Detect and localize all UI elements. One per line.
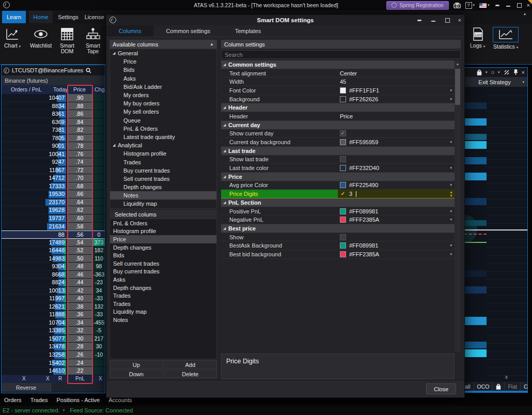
ladder-row[interactable]: 10013.4234: [2, 287, 105, 295]
ladder-row[interactable]: 13385.32-5: [2, 327, 105, 335]
tree-item[interactable]: Latest trade quantity: [110, 133, 216, 141]
ladder-row[interactable]: 9001.78: [2, 142, 105, 150]
price-cell[interactable]: .58: [67, 223, 92, 231]
ladder-row[interactable]: 19737.60: [2, 214, 105, 223]
spin-value[interactable]: 3: [349, 191, 352, 197]
chevron-down-icon[interactable]: ▾: [450, 166, 452, 170]
pin-icon[interactable]: [513, 69, 518, 75]
price-cell[interactable]: .72: [67, 166, 92, 175]
ladder-row[interactable]: 8824.44-23: [2, 279, 105, 287]
property-value[interactable]: ✓: [338, 130, 455, 138]
up-button[interactable]: Up: [109, 360, 163, 369]
ladder-row[interactable]: 14712.70: [2, 174, 105, 182]
price-cell[interactable]: .66: [67, 190, 92, 198]
collapse-icon[interactable]: ◢: [223, 201, 228, 205]
selected-column-item[interactable]: Histogram profile: [110, 227, 216, 236]
tree-item[interactable]: Queue: [110, 116, 216, 125]
color-swatch[interactable]: [340, 251, 346, 257]
selected-column-item[interactable]: Buy current trades: [110, 268, 216, 276]
price-cell[interactable]: .46: [67, 271, 92, 279]
price-cell[interactable]: .56: [67, 231, 92, 238]
price-cell[interactable]: .32: [67, 327, 92, 335]
footer-x[interactable]: X: [22, 376, 26, 381]
tree-item[interactable]: Buy current trades: [110, 166, 216, 175]
selected-column-item[interactable]: Trades: [110, 291, 216, 300]
price-cell[interactable]: .26: [67, 351, 92, 359]
property-row-last-trade-color[interactable]: Last trade color#FF232D40▾: [221, 164, 455, 173]
tree-item[interactable]: ◢General: [110, 49, 216, 57]
selected-column-item[interactable]: Liquidity map: [110, 308, 216, 316]
ladder-row[interactable]: 10704.34-455: [2, 319, 105, 327]
price-cell[interactable]: .50: [67, 255, 92, 263]
chevron-down-icon[interactable]: ▾: [450, 97, 452, 101]
price-cell[interactable]: .62: [67, 206, 92, 214]
flat-button[interactable]: Flat: [505, 382, 521, 391]
selected-column-item[interactable]: Asks: [110, 275, 216, 284]
tab-settings[interactable]: Settings: [55, 11, 82, 23]
property-row-background[interactable]: Background#FF262626▾: [221, 95, 455, 104]
lock-button[interactable]: [493, 382, 505, 391]
price-cell[interactable]: .52: [67, 247, 92, 255]
chevron-down-icon[interactable]: ▾: [450, 252, 452, 256]
col-chg[interactable]: Chg.: [95, 86, 106, 93]
smart-dom-button[interactable]: SmartDOM: [60, 27, 74, 54]
selected-column-item[interactable]: Notes: [110, 316, 216, 324]
ladder-row[interactable]: 8834.88: [2, 102, 105, 111]
selected-column-item[interactable]: Depth changes: [110, 284, 216, 292]
spinner-up-icon[interactable]: ▲: [449, 190, 453, 194]
chevron-down-icon[interactable]: ▾: [486, 70, 488, 74]
tab-positions-active[interactable]: Positions - Active: [56, 397, 100, 403]
property-value[interactable]: #FF232D40▾: [338, 164, 455, 172]
ladder-row[interactable]: 7805.80: [2, 134, 105, 143]
help-menu-button[interactable]: ? ▾: [465, 2, 475, 9]
chevron-down-icon[interactable]: ▾: [450, 218, 452, 222]
section-header[interactable]: ◢Current day: [221, 121, 455, 130]
sort-asc-icon[interactable]: ▲: [210, 42, 214, 47]
ladder-row[interactable]: 88.560: [2, 230, 105, 239]
tree-item[interactable]: Notes: [110, 191, 216, 199]
price-cell[interactable]: .38: [67, 303, 92, 311]
col-today[interactable]: Today: [53, 86, 68, 93]
add-button[interactable]: Add: [164, 360, 217, 369]
spring-registration-button[interactable]: Spring Registration: [386, 1, 448, 10]
ladder-row[interactable]: 13478.2830: [2, 343, 105, 351]
section-header[interactable]: ◢Price: [221, 173, 455, 181]
price-cell[interactable]: .78: [67, 142, 92, 150]
expand-icon[interactable]: ◢: [113, 143, 118, 147]
chevron-down-icon[interactable]: ▾: [450, 140, 452, 144]
ladder-row[interactable]: 6369.84: [2, 118, 105, 127]
price-cell[interactable]: .42: [67, 287, 92, 295]
language-menu-button[interactable]: ▾: [479, 3, 490, 8]
property-value[interactable]: #FFF1F1F1▾: [338, 86, 455, 95]
price-cell[interactable]: .54: [67, 239, 92, 247]
section-header[interactable]: ◢Last trade: [221, 147, 455, 156]
property-row-negative-pnl[interactable]: Negative PnL#FFF2385A▾: [221, 216, 455, 224]
price-cell[interactable]: .86: [67, 110, 92, 118]
expand-icon[interactable]: ◢: [113, 51, 118, 55]
tree-item[interactable]: ◢Analytical: [110, 141, 216, 149]
smart-tape-button[interactable]: SmartTape: [86, 27, 100, 54]
ladder-row[interactable]: 21634.58: [2, 223, 105, 231]
close-button[interactable]: Close: [426, 383, 456, 394]
dom-panel-header[interactable]: LTCUSDT@BinanceFutures: [2, 65, 105, 75]
tree-item[interactable]: Bids: [110, 66, 216, 74]
property-value[interactable]: ✓3▲▼: [338, 190, 455, 198]
tree-item[interactable]: Histogram profile: [110, 149, 216, 158]
tab-learn[interactable]: Learn: [2, 11, 26, 23]
lock-icon[interactable]: [477, 69, 482, 75]
property-value[interactable]: [338, 156, 455, 164]
strategy-tools-icon[interactable]: [504, 69, 510, 75]
oco-button[interactable]: OCO: [474, 382, 493, 391]
dock-icon[interactable]: [416, 17, 423, 23]
property-value[interactable]: #FF225490▾: [338, 181, 455, 190]
collapse-icon[interactable]: ◢: [223, 105, 228, 110]
section-header[interactable]: ◢Common settings: [221, 60, 455, 69]
price-cell[interactable]: .34: [67, 319, 92, 327]
property-row-text-alignment[interactable]: Text alignmentCenter: [221, 69, 455, 78]
tree-item[interactable]: Price: [110, 57, 216, 66]
delete-button[interactable]: Delete: [164, 370, 217, 378]
screenshot-camera-icon[interactable]: [453, 3, 461, 8]
dialog-tab-common-settings[interactable]: Common settings: [153, 25, 223, 37]
price-cell[interactable]: .60: [67, 214, 92, 223]
price-cell[interactable]: .48: [67, 263, 92, 271]
